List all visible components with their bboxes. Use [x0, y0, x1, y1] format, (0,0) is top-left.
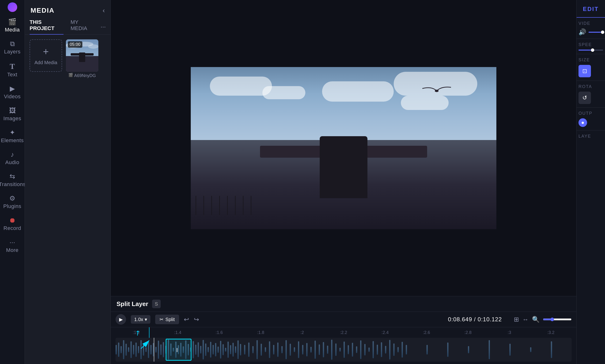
- layers-section-title: LAYE: [578, 134, 603, 139]
- split-layer-bar: Split Layer S: [111, 296, 576, 312]
- volume-control: 🔊: [578, 28, 603, 36]
- output-button[interactable]: ●: [578, 118, 587, 127]
- svg-rect-14: [131, 341, 132, 358]
- edit-tab-label[interactable]: EDIT: [577, 2, 605, 18]
- media-panel: MEDIA ‹ THIS PROJECT MY MEDIA ··· + Add …: [25, 0, 111, 364]
- redo-button[interactable]: ↪: [194, 316, 199, 323]
- layers-section: LAYE: [577, 130, 605, 141]
- tab-this-project[interactable]: THIS PROJECT: [30, 19, 64, 34]
- svg-rect-25: [158, 341, 159, 359]
- left-sidebar: 🎬 Media ⧉ Layers T Text ▶ Videos 🖼 Image…: [0, 0, 25, 364]
- thumbnail-label-row: 🎬 A69NnyDG: [68, 72, 96, 78]
- rotation-section: ROTA ↺: [577, 81, 605, 108]
- add-media-label: Add Media: [34, 60, 57, 65]
- sidebar-item-elements[interactable]: ✦ Elements: [0, 125, 25, 147]
- chevron-left-icon: ‹: [103, 7, 105, 14]
- ruler-marks: :1.2 :1.4 :1.6 :1.8 :2 :2.2 :2.4 :2.6 :2…: [116, 330, 572, 335]
- sidebar-item-images[interactable]: 🖼 Images: [0, 103, 25, 125]
- svg-rect-82: [339, 348, 341, 351]
- svg-rect-95: [393, 343, 394, 356]
- svg-rect-60: [248, 342, 250, 357]
- svg-rect-39: [193, 341, 194, 358]
- svg-rect-71: [294, 347, 295, 352]
- mast-8: [251, 196, 251, 215]
- svg-rect-12: [126, 344, 127, 356]
- output-section-title: OUTP: [578, 111, 603, 116]
- undo-button[interactable]: ↩: [184, 316, 189, 323]
- sidebar-label-media: Media: [5, 27, 20, 33]
- svg-rect-73: [302, 345, 303, 354]
- svg-rect-9: [118, 342, 119, 357]
- file-icon: 🎬: [68, 73, 73, 77]
- svg-rect-11: [123, 340, 124, 359]
- svg-rect-98: [406, 345, 407, 354]
- sidebar-label-videos: Videos: [4, 93, 21, 100]
- video-background: [191, 67, 496, 229]
- figure-silhouette: [320, 136, 367, 198]
- volume-slider[interactable]: [589, 32, 603, 33]
- volume-thumb: [601, 30, 604, 34]
- sidebar-item-text[interactable]: T Text: [0, 58, 25, 81]
- sidebar-item-more[interactable]: ··· More: [0, 235, 25, 257]
- sidebar-label-text: Text: [7, 72, 17, 78]
- fit-icon[interactable]: ⊞: [514, 316, 519, 323]
- sidebar-item-record[interactable]: ⏺ Record: [0, 213, 25, 235]
- ruler-mark-1: :1.4: [157, 330, 199, 335]
- cloud-5: [322, 81, 394, 102]
- zoom-icon[interactable]: 🔍: [532, 316, 539, 323]
- svg-rect-44: [205, 343, 206, 356]
- sidebar-item-media[interactable]: 🎬 Media: [0, 14, 25, 36]
- layers-icon: ⧉: [10, 40, 15, 47]
- size-section: SIZE ⊡: [577, 54, 605, 81]
- thumbnail-filename: A69NnyDG: [74, 73, 96, 78]
- svg-rect-78: [323, 342, 324, 357]
- media-grid: + Add Media: [25, 39, 110, 78]
- collapse-panel-button[interactable]: ‹: [103, 7, 105, 14]
- svg-rect-15: [133, 345, 134, 354]
- svg-rect-74: [306, 343, 308, 356]
- sidebar-item-videos[interactable]: ▶ Videos: [0, 81, 25, 103]
- play-button[interactable]: ▶: [116, 314, 126, 325]
- sidebar-item-layers[interactable]: ⧉ Layers: [0, 36, 25, 58]
- svg-rect-65: [269, 341, 270, 358]
- speed-slider[interactable]: [578, 50, 603, 51]
- rotation-button[interactable]: ↺: [578, 91, 591, 104]
- sidebar-label-plugins: Plugins: [3, 203, 22, 209]
- mast-3: [211, 196, 212, 215]
- play-icon: ▶: [119, 316, 123, 322]
- svg-rect-87: [360, 340, 361, 359]
- redo-icon: ↪: [194, 316, 199, 323]
- speed-button[interactable]: 1.0x ▾: [131, 315, 150, 324]
- speed-section-title: SPEE: [578, 42, 603, 47]
- media-tabs: THIS PROJECT MY MEDIA ···: [25, 19, 110, 35]
- speed-section: SPEE: [577, 39, 605, 54]
- split-arrows-icon[interactable]: ↔: [522, 316, 529, 323]
- split-button[interactable]: ✂ Split: [155, 315, 179, 324]
- size-button[interactable]: ⊡: [578, 65, 591, 77]
- svg-rect-80: [331, 340, 332, 360]
- tab-my-media[interactable]: MY MEDIA: [71, 19, 94, 34]
- sidebar-item-transitions[interactable]: ⇆ Transitions: [0, 169, 25, 191]
- timeline-track[interactable]: |: [116, 338, 572, 362]
- media-more-button[interactable]: ···: [101, 23, 106, 30]
- timeline-controls: ▶ 1.0x ▾ ✂ Split ↩ ↪ 0:08.649 / 0:10.122: [111, 312, 576, 327]
- svg-rect-93: [385, 346, 386, 353]
- bird-silhouette: [420, 84, 453, 98]
- svg-point-3: [88, 44, 98, 49]
- images-icon: 🖼: [9, 107, 16, 114]
- add-media-button[interactable]: + Add Media: [30, 39, 62, 72]
- selected-clip[interactable]: [166, 339, 191, 361]
- sidebar-label-transitions: Transitions: [0, 181, 26, 187]
- media-thumbnail[interactable]: 05:00: [66, 39, 98, 72]
- mast-4: [219, 196, 220, 215]
- sidebar-item-plugins[interactable]: ⚙ Plugins: [0, 191, 25, 213]
- svg-rect-83: [344, 342, 345, 358]
- sidebar-label-record: Record: [4, 225, 21, 231]
- zoom-slider[interactable]: [543, 317, 572, 321]
- main-area: Split Layer S ▶ 1.0x ▾ ✂ Split ↩: [111, 0, 576, 364]
- svg-line-107: [141, 340, 149, 349]
- media-icon: 🎬: [8, 19, 16, 25]
- timeline-track-container: |: [116, 338, 572, 362]
- audio-icon: ♪: [11, 151, 14, 158]
- sidebar-item-audio[interactable]: ♪ Audio: [0, 147, 25, 169]
